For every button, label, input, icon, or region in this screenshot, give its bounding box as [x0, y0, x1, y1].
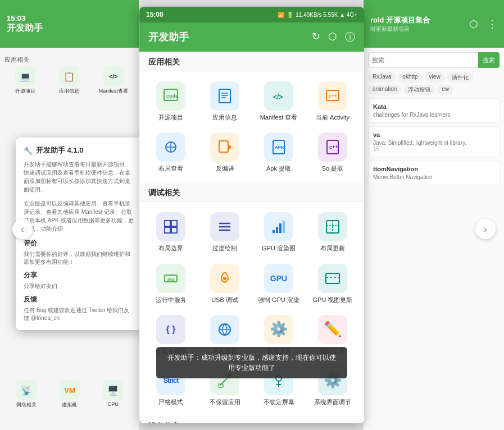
left-bottom-1[interactable]: VM 虚拟机 — [60, 380, 80, 409]
left-item-1[interactable]: 📋 应用信息 — [48, 66, 90, 95]
dialog-note: 专业版是可以反编译其他应用、查看手机录屏记录、查看其他应用 Manifest 记… — [24, 199, 134, 233]
tag-2[interactable]: view — [425, 72, 445, 83]
app-item-kaiyuan[interactable]: code 开源项目 — [144, 76, 198, 127]
dialog-title-row: 🔧 开发助手 4.1.0 — [24, 145, 134, 155]
debug-icon-3 — [318, 212, 347, 241]
app-item-appinfo[interactable]: 应用信息 — [198, 76, 252, 127]
left-item-0[interactable]: 💻 开源项目 — [4, 66, 46, 95]
left-icon-2: </> — [103, 66, 124, 86]
list-item-0[interactable]: Kata challenges for RxJava learners — [368, 98, 500, 123]
status-icons: 📶 🔋 11.49KB/s 5.55K ▲ 4G+ — [278, 12, 357, 18]
debug-icon-5 — [210, 264, 239, 293]
debug-label-13: 不保留应用 — [210, 399, 240, 406]
app-item-manifest[interactable]: </> Manifest 查看 — [252, 76, 306, 127]
debug-label-14: 不锁定屏幕 — [264, 399, 294, 406]
debug-icon-8: { } — [156, 315, 185, 344]
debug-label-1: 过度绘制 — [212, 245, 237, 252]
left-item-2[interactable]: </> Manifest查看 — [93, 66, 134, 95]
debug-item-5[interactable]: USB 调试 — [198, 258, 252, 309]
svg-rect-20 — [165, 227, 170, 233]
tag-0[interactable]: RxJava — [368, 72, 396, 83]
left-time: 15:03 — [7, 14, 43, 22]
tag-4[interactable]: animation — [368, 85, 401, 95]
section-debug-header: 调试相关 — [139, 182, 364, 202]
app-icon-layout — [156, 132, 185, 162]
debug-label-6: 强制 GPU 渲染 — [258, 296, 299, 304]
toast-notification: 开发助手：成功升级到专业版，感谢支持，现在你可以使用专业版功能了 — [156, 347, 347, 378]
main-header: 开发助手 ↻ ⬡ ⓘ — [139, 22, 364, 52]
header-share-icon[interactable]: ⬡ — [328, 30, 337, 44]
svg-text:</>: </> — [273, 93, 283, 101]
svg-rect-28 — [283, 221, 285, 233]
left-label-0: 开源项目 — [15, 88, 35, 95]
app-item-decompile[interactable]: 反编译 — [198, 127, 252, 178]
list-item-1-num: 15 — [373, 146, 494, 152]
left-title: 开发助手 — [7, 22, 43, 34]
app-item-so[interactable]: c++ So 提取 — [306, 127, 360, 178]
status-time: 15:00 — [146, 11, 164, 19]
left-bottom-icon-1: VM — [60, 380, 80, 400]
app-label-so: So 提取 — [322, 165, 344, 172]
svg-rect-19 — [171, 221, 177, 226]
right-content: 搜索 RxJava okhttp view 插件化 animation 浮动按钮… — [364, 48, 504, 193]
debug-label-0: 布局边界 — [158, 245, 183, 252]
tag-row: RxJava okhttp view 插件化 animation 浮动按钮 ew — [368, 72, 500, 95]
app-icon-activity: c++ — [318, 81, 347, 111]
svg-rect-35 — [326, 273, 339, 283]
left-bottom-0[interactable]: 📡 网络相关 — [16, 380, 37, 409]
debug-item-3[interactable]: 布局更新 — [306, 207, 360, 258]
debug-item-7[interactable]: GPU 视图更新 — [306, 258, 360, 309]
debug-label-12: 严格模式 — [158, 399, 183, 406]
app-icon-manifest: </> — [264, 81, 293, 111]
debug-label-3: 布局更新 — [320, 245, 345, 252]
main-header-icons: ↻ ⬡ ⓘ — [312, 30, 355, 44]
app-item-apk[interactable]: APK Apk 提取 — [252, 127, 306, 178]
svg-point-34 — [223, 277, 226, 280]
right-header-subtitle: 时更新最新项目 — [370, 25, 465, 33]
debug-grid: 布局边界 过度绘制 GPU 渲染图 布局更新 — [139, 202, 364, 416]
header-info-icon[interactable]: ⓘ — [345, 30, 355, 44]
svg-rect-25 — [273, 230, 275, 233]
debug-item-6[interactable]: GPU 强制 GPU 渲染 — [252, 258, 306, 309]
debug-icon-2 — [264, 212, 293, 241]
list-item-2-subtitle: Meow Bottm Navigation — [373, 174, 494, 180]
right-header-menu-icon[interactable]: ⋮ — [487, 18, 497, 30]
main-app-title: 开发助手 — [148, 30, 189, 44]
left-bottom-2[interactable]: 🖥️ CPU — [103, 380, 123, 409]
app-item-activity[interactable]: c++ 当前 Activity — [306, 76, 360, 127]
left-content: 应用相关 💻 开源项目 📋 应用信息 </> Manifest查看 📡 网络相关… — [0, 48, 139, 99]
list-item-1[interactable]: va Java: Simplified, lightweight nt libr… — [368, 126, 500, 157]
list-item-2[interactable]: ttomNavigation Meow Bottm Navigation — [368, 161, 500, 185]
tag-6[interactable]: ew — [437, 85, 453, 95]
debug-item-0[interactable]: 布局边界 — [144, 207, 198, 258]
tag-3[interactable]: 插件化 — [447, 72, 473, 83]
left-app-grid: 💻 开源项目 📋 应用信息 </> Manifest查看 — [4, 66, 134, 95]
debug-item-2[interactable]: GPU 渲染图 — [252, 207, 306, 258]
app-icon-kaiyuan: code — [156, 81, 185, 111]
tag-5[interactable]: 浮动按钮 — [403, 85, 435, 95]
svg-text:c++: c++ — [329, 144, 338, 150]
svg-text:c++: c++ — [329, 93, 337, 99]
app-label-layout: 布局查看 — [158, 165, 183, 172]
list-item-0-title: Kata — [373, 103, 494, 110]
toast-text: 开发助手：成功升级到专业版，感谢支持，现在你可以使用专业版功能了 — [167, 354, 336, 372]
search-button[interactable]: 搜索 — [478, 52, 500, 68]
list-item-0-subtitle: challenges for RxJava learners — [373, 112, 494, 118]
app-item-layout[interactable]: 布局查看 — [144, 127, 198, 178]
app-icon-so: c++ — [318, 132, 347, 162]
debug-item-1[interactable]: 过度绘制 — [198, 207, 252, 258]
nav-arrow-left[interactable]: ‹ — [12, 219, 33, 239]
svg-rect-27 — [279, 223, 281, 233]
search-input[interactable] — [368, 52, 478, 68]
search-bar: 搜索 — [368, 52, 500, 68]
left-bottom-icon-0: 📡 — [16, 380, 37, 400]
tag-1[interactable]: okhttp — [398, 72, 422, 83]
left-bottom-label-1: 虚拟机 — [62, 401, 77, 409]
nav-arrow-right[interactable]: › — [475, 219, 496, 239]
header-refresh-icon[interactable]: ↻ — [312, 30, 320, 44]
app-label-activity: 当前 Activity — [316, 114, 349, 121]
right-header-share-icon[interactable]: ⬡ — [469, 18, 478, 30]
app-label-decompile: 反编译 — [216, 165, 234, 172]
debug-item-4[interactable]: ing 运行中服务 — [144, 258, 198, 309]
left-label-2: Manifest查看 — [99, 88, 128, 95]
